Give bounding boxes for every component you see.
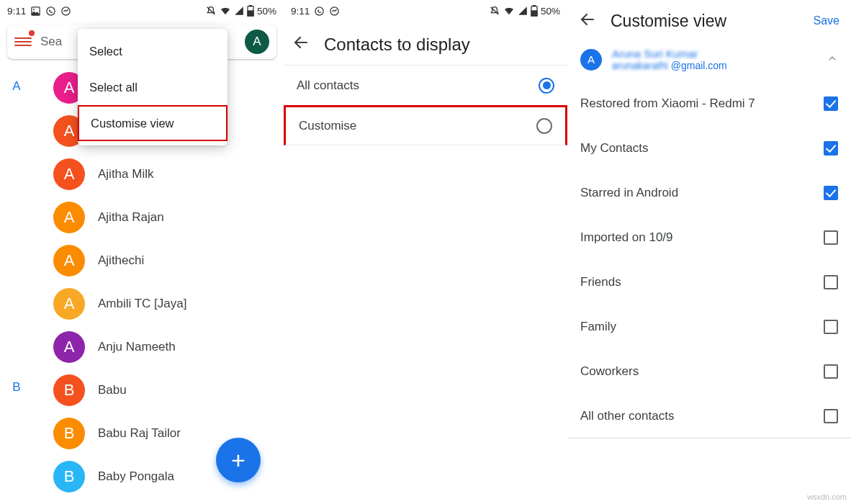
group-row[interactable]: Family — [567, 305, 851, 349]
contact-row[interactable]: BBabu — [0, 369, 284, 412]
group-label: All other contacts — [580, 409, 674, 423]
contact-name: Ajitha Rajan — [98, 210, 164, 225]
statusbar: 9:11 50% — [284, 0, 567, 20]
contact-row[interactable]: AAjitha Milk — [0, 153, 284, 196]
option-label: Customise — [299, 119, 356, 133]
hamburger-menu-icon[interactable] — [14, 33, 32, 50]
checkbox-checked-icon[interactable] — [824, 96, 838, 111]
checkbox-unchecked-icon[interactable] — [824, 320, 838, 334]
group-row[interactable]: Coworkers — [567, 349, 851, 394]
panel-contacts-to-display: 9:11 50% Contacts to display All contact… — [284, 0, 567, 504]
checkbox-unchecked-icon[interactable] — [824, 230, 838, 245]
contact-avatar-icon: A — [53, 331, 85, 363]
group-row[interactable]: Friends — [567, 260, 851, 305]
contact-avatar-icon: A — [53, 288, 85, 320]
svg-rect-7 — [248, 11, 253, 16]
option-label: All contacts — [297, 78, 359, 93]
contact-avatar-icon: B — [53, 374, 85, 406]
group-row[interactable]: Restored from Xiaomi - Redmi 7 — [567, 81, 851, 126]
group-label: Restored from Xiaomi - Redmi 7 — [580, 96, 755, 111]
checkbox-unchecked-icon[interactable] — [824, 409, 838, 423]
overflow-menu: Select Select all Customise view — [78, 29, 228, 145]
section-header-b: B — [0, 380, 33, 395]
add-contact-fab[interactable]: + — [216, 438, 261, 482]
save-button[interactable]: Save — [814, 14, 839, 27]
panel-customise-view: Customise view Save A Aruna Suri Kumar a… — [567, 0, 851, 504]
chevron-up-icon[interactable] — [827, 53, 838, 67]
checkbox-unchecked-icon[interactable] — [824, 364, 838, 379]
group-label: Friends — [580, 275, 621, 289]
group-label: Coworkers — [580, 364, 639, 379]
option-customise[interactable]: Customise — [284, 105, 567, 145]
checkbox-unchecked-icon[interactable] — [824, 275, 838, 289]
contact-name: Anju Nameeth — [98, 340, 176, 354]
contact-name: Ajitha Milk — [98, 167, 153, 181]
option-all-contacts[interactable]: All contacts — [284, 65, 567, 105]
back-arrow-icon[interactable] — [292, 34, 311, 55]
account-name: Aruna Suri Kumar — [612, 48, 816, 60]
signal-icon — [518, 6, 528, 16]
svg-rect-6 — [249, 5, 251, 6]
contact-avatar-icon: A — [53, 245, 85, 276]
account-avatar-icon: A — [580, 49, 602, 71]
radio-unchecked-icon[interactable] — [536, 118, 552, 134]
status-time: 9:11 — [7, 6, 26, 17]
checkbox-checked-icon[interactable] — [824, 141, 838, 156]
image-icon — [30, 6, 41, 17]
screen-title: Customise view — [611, 12, 799, 31]
section-header-a: A — [0, 79, 33, 94]
screen-header: Customise view Save — [567, 0, 851, 42]
wifi-icon — [503, 5, 515, 17]
svg-point-2 — [47, 6, 55, 14]
contact-name: Ajithechi — [98, 253, 144, 268]
contact-name: Babu Raj Tailor — [98, 426, 181, 441]
whatsapp-icon — [45, 6, 56, 17]
contact-row[interactable]: AAjitha Rajan — [0, 196, 284, 239]
group-row[interactable]: My Contacts — [567, 126, 851, 171]
search-placeholder: Sea — [40, 35, 62, 49]
account-text: Aruna Suri Kumar arunakarathi @gmail.com — [612, 48, 816, 71]
messenger-icon — [60, 6, 71, 17]
messenger-icon — [329, 6, 340, 17]
group-row[interactable]: Imported on 10/9 — [567, 215, 851, 260]
radio-checked-icon[interactable] — [539, 78, 554, 94]
group-list: Restored from Xiaomi - Redmi 7My Contact… — [567, 81, 851, 438]
group-row[interactable]: All other contacts — [567, 394, 851, 438]
checkbox-checked-icon[interactable] — [824, 186, 838, 200]
svg-rect-12 — [533, 5, 535, 6]
svg-point-1 — [33, 9, 35, 10]
account-row[interactable]: A Aruna Suri Kumar arunakarathi @gmail.c… — [567, 42, 851, 81]
contact-row[interactable]: AAmbili TC [Jaya] — [0, 282, 284, 325]
signal-icon — [234, 6, 244, 16]
account-email: arunakarathi @gmail.com — [612, 60, 816, 71]
contact-name: Ambili TC [Jaya] — [98, 297, 186, 311]
contact-avatar-icon: A — [53, 202, 85, 233]
battery-text: 50% — [257, 6, 276, 17]
status-time: 9:11 — [291, 6, 310, 17]
back-arrow-icon[interactable] — [579, 11, 596, 31]
dnd-icon — [205, 5, 217, 17]
account-avatar[interactable]: A — [245, 30, 269, 54]
battery-text: 50% — [541, 6, 560, 17]
whatsapp-icon — [314, 6, 325, 17]
group-label: Imported on 10/9 — [580, 230, 673, 245]
screen-title: Contacts to display — [324, 35, 470, 55]
wifi-icon — [220, 5, 231, 17]
svg-point-8 — [315, 6, 323, 14]
dnd-icon — [489, 5, 500, 17]
contact-row[interactable]: AAjithechi — [0, 239, 284, 282]
screen-header: Contacts to display — [284, 24, 567, 65]
contact-name: Baby Pongala — [98, 469, 174, 484]
menu-item-select-all[interactable]: Select all — [78, 69, 228, 105]
battery-icon — [531, 5, 538, 17]
contact-avatar-icon: B — [53, 418, 85, 449]
contact-row[interactable]: AAnju Nameeth — [0, 325, 284, 369]
menu-item-customise-view[interactable]: Customise view — [78, 105, 228, 141]
group-row[interactable]: Starred in Android — [567, 171, 851, 215]
contact-name: Babu — [98, 383, 127, 397]
menu-item-select[interactable]: Select — [78, 33, 228, 69]
battery-icon — [247, 5, 254, 17]
statusbar: 9:11 50% — [0, 0, 284, 20]
notification-dot-icon — [29, 30, 35, 36]
contact-avatar-icon: B — [53, 461, 85, 492]
